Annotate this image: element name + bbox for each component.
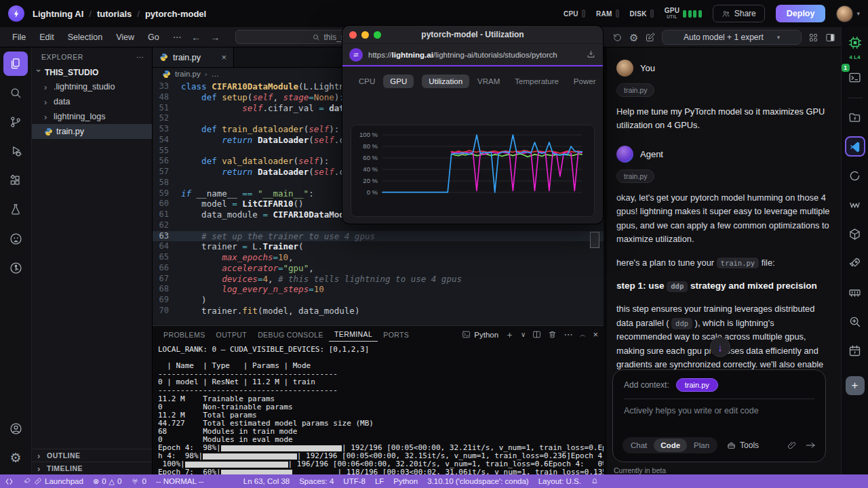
code-line-67[interactable]: 67 devices=4, # this tells lightning to …	[153, 274, 604, 285]
plugin-3d-viewer[interactable]	[845, 224, 865, 244]
plugin-terminal[interactable]: 1	[845, 67, 865, 87]
inline-code-chip[interactable]: ddp	[667, 281, 688, 292]
window-titlebar[interactable]: pytorch-model - Utilization	[342, 26, 603, 43]
terminal-tab-debug-console[interactable]: DEBUG CONSOLE	[252, 328, 329, 342]
plugin-vscode[interactable]	[845, 136, 865, 157]
status-layout[interactable]: Layout: U.S.	[534, 477, 586, 485]
menu-item-go[interactable]: Go	[142, 30, 165, 44]
activity-lightning[interactable]	[3, 256, 28, 280]
tab-train-py[interactable]: train.py ×	[153, 47, 234, 67]
breadcrumb[interactable]: Lightning AI/tutorials/pytorch-model	[33, 9, 206, 19]
tree-item-lightning-logs[interactable]: ›lightning_logs	[32, 109, 152, 124]
trash-icon[interactable]	[548, 330, 557, 339]
terminal-output[interactable]: LOCAL_RANK: 0 — CUDA_VISIBLE_DEVICES: [0…	[153, 343, 604, 477]
chat-text-input[interactable]: Actively helps you write or edit code	[624, 406, 814, 415]
plugin-file-manager[interactable]	[845, 107, 865, 127]
breadcrumb-segment[interactable]: tutorials	[97, 9, 132, 19]
gpu-metric[interactable]: GPUUTIL	[665, 7, 702, 20]
breadcrumb-segment[interactable]: pytorch-model	[145, 9, 206, 19]
code-line-65[interactable]: 65 max_epochs=10,	[153, 252, 604, 263]
cpu-metric[interactable]: CPU	[564, 9, 585, 18]
terminal-tab-output[interactable]: OUTPUT	[211, 328, 253, 342]
menu-item-⋯[interactable]: ⋯	[167, 30, 187, 44]
new-terminal-icon[interactable]: ＋	[505, 329, 514, 341]
close-icon[interactable]: ×	[221, 52, 226, 62]
activity-settings[interactable]: ⚙	[3, 445, 28, 470]
close-panel-icon[interactable]: ×	[593, 329, 598, 340]
install-app-icon[interactable]	[586, 49, 596, 60]
activity-testing[interactable]	[3, 197, 28, 222]
add-plugin-button[interactable]: +	[846, 376, 865, 395]
activity-source-control[interactable]	[3, 110, 28, 134]
activity-extensions[interactable]	[3, 168, 28, 192]
tree-item-train-py[interactable]: train.py	[32, 124, 152, 139]
plugin-sync[interactable]	[845, 165, 865, 186]
activity-accounts[interactable]	[3, 416, 28, 441]
status-utf-8[interactable]: UTF-8	[338, 477, 370, 485]
metric-tab-temperature[interactable]: Temperature	[508, 75, 566, 88]
launchpad-item[interactable]: Launchpad	[18, 477, 88, 485]
metric-tab-vram[interactable]: VRAM	[471, 75, 507, 88]
plugin-inspector[interactable]	[845, 311, 865, 331]
plugin-memory[interactable]	[845, 282, 865, 302]
hw-tab-cpu[interactable]: CPU	[352, 75, 382, 88]
attach-icon[interactable]	[787, 441, 797, 450]
utilization-window[interactable]: pytorch-model - Utilization https://ligh…	[342, 26, 603, 224]
url-bar[interactable]: https://lightning.ai/lightning-ai/tutori…	[342, 43, 603, 65]
code-line-63[interactable]: 63 # set up the trainer to use 4 gpus	[153, 231, 604, 242]
explorer-more-icon[interactable]: ⋯	[136, 53, 144, 61]
agent-context-chip[interactable]: train.py	[616, 169, 654, 183]
hw-tab-gpu[interactable]: GPU	[383, 75, 414, 88]
user-context-chip[interactable]: train.py	[616, 83, 654, 97]
menu-item-view[interactable]: View	[111, 30, 140, 44]
activity-run-debug[interactable]	[3, 139, 28, 163]
metric-tab-power[interactable]: Power	[567, 75, 603, 88]
plugin-launch[interactable]	[845, 253, 865, 273]
code-line-66[interactable]: 66 accelerator="gpu",	[153, 263, 604, 274]
timeline-section[interactable]: ›TIMELINE	[32, 462, 152, 474]
lightning-logo-icon[interactable]	[8, 5, 24, 22]
mode-plan[interactable]: Plan	[687, 439, 716, 452]
status-lf[interactable]: LF	[370, 477, 389, 485]
model-selector[interactable]: Auto model + 1 expert▾	[662, 30, 802, 45]
breadcrumb-segment[interactable]: Lightning AI	[33, 9, 83, 19]
problems-item[interactable]: ⊗0 △0	[88, 477, 127, 486]
metric-tab-utilization[interactable]: Utilization	[422, 75, 469, 88]
split-terminal-icon[interactable]	[532, 330, 541, 339]
avatar-caret-icon[interactable]: ▾	[856, 10, 860, 17]
status-spaces[interactable]: Spaces: 4	[294, 477, 338, 485]
editor-scrollbar-thumb[interactable]	[590, 232, 599, 248]
outline-section[interactable]: ›OUTLINE	[32, 449, 152, 462]
plugin-wandb[interactable]	[845, 195, 865, 215]
plugin-scheduler[interactable]	[845, 340, 865, 361]
remote-indicator[interactable]	[0, 477, 18, 486]
ports-item[interactable]: 0	[126, 477, 151, 485]
shell-selector[interactable]: Python	[462, 330, 498, 339]
terminal-dropdown-icon[interactable]: ∨	[521, 331, 526, 338]
nav-forward-icon[interactable]: →	[205, 32, 224, 43]
notifications-bell-icon[interactable]	[586, 477, 604, 485]
maximize-panel-icon[interactable]: ︿	[579, 330, 586, 340]
activity-github[interactable]	[3, 226, 28, 251]
code-line-70[interactable]: 70 trainer.fit(model, data_module)	[153, 306, 604, 317]
disk-metric[interactable]: DISK	[630, 9, 654, 18]
compose-icon[interactable]	[645, 33, 655, 43]
inline-code-chip[interactable]: ddp	[671, 318, 692, 329]
share-button[interactable]: Share	[713, 5, 765, 22]
vim-mode-indicator[interactable]: -- NORMAL --	[151, 477, 208, 485]
settings-gear-icon[interactable]: ⚙	[629, 33, 638, 43]
activity-explorer[interactable]	[3, 52, 28, 76]
grid-view-icon[interactable]	[808, 33, 818, 43]
url-text[interactable]: https://lightning.ai/lightning-ai/tutori…	[368, 51, 580, 59]
send-icon[interactable]	[805, 440, 816, 451]
code-line-69[interactable]: 69 )	[153, 295, 604, 306]
scroll-down-button[interactable]: ↓	[710, 337, 730, 357]
plugin-gpu-status[interactable]	[845, 33, 865, 53]
activity-search[interactable]	[3, 81, 28, 105]
terminal-tab-problems[interactable]: PROBLEMS	[158, 328, 211, 342]
deploy-button[interactable]: Deploy	[776, 5, 826, 22]
status-ln[interactable]: Ln 63, Col 38	[239, 477, 294, 485]
mode-chat[interactable]: Chat	[624, 439, 654, 452]
nav-back-icon[interactable]: ←	[186, 32, 205, 43]
context-pill-train-py[interactable]: train.py	[676, 378, 718, 392]
